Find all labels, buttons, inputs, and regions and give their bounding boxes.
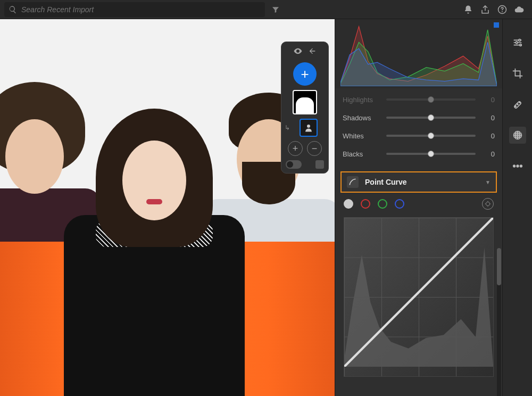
point-curve-title: Point Curve (365, 178, 479, 186)
mask-visibility-icon[interactable] (293, 46, 303, 58)
point-curve-header[interactable]: Point Curve ▼ (340, 171, 497, 193)
slider-shadows[interactable]: Shadows 0 (343, 109, 495, 127)
slider-value: 0 (481, 96, 495, 104)
curve-channel-blue[interactable] (395, 199, 404, 209)
healing-tool[interactable] (509, 96, 526, 113)
masking-tool[interactable] (509, 127, 526, 144)
svg-point-11 (519, 102, 520, 103)
add-to-mask-button[interactable]: + (288, 141, 303, 156)
edit-sliders-tool[interactable] (509, 34, 526, 51)
slider-track[interactable] (386, 98, 476, 101)
slider-label: Shadows (343, 114, 381, 122)
share-icon[interactable] (477, 1, 494, 18)
search-field-wrap[interactable] (4, 2, 265, 17)
svg-point-3 (486, 202, 489, 205)
filter-button[interactable] (268, 2, 283, 17)
panel-scrollbar[interactable] (497, 248, 501, 396)
mask-thumbnail[interactable] (293, 90, 317, 114)
crop-tool[interactable] (509, 65, 526, 82)
svg-point-13 (513, 131, 522, 140)
curve-icon (347, 176, 359, 188)
search-input[interactable] (20, 5, 261, 14)
slider-value: 0 (481, 114, 495, 122)
slider-highlights[interactable]: Highlights 0 (343, 90, 495, 109)
top-bar (0, 0, 532, 19)
svg-point-10 (517, 104, 518, 105)
cloud-sync-icon[interactable] (511, 1, 528, 18)
curve-channel-red[interactable] (361, 199, 370, 209)
help-icon[interactable] (494, 1, 511, 18)
curve-channel-row (335, 193, 502, 215)
histogram[interactable] (335, 19, 502, 88)
svg-point-5 (518, 39, 520, 42)
slider-value: 0 (481, 132, 495, 140)
slider-track[interactable] (386, 153, 476, 155)
svg-point-6 (516, 42, 518, 44)
svg-point-16 (517, 165, 519, 167)
curve-channel-luminance[interactable] (344, 199, 353, 209)
curve-channel-green[interactable] (378, 199, 387, 209)
svg-point-15 (513, 165, 515, 167)
slider-track[interactable] (386, 117, 476, 119)
tool-rail (502, 19, 532, 396)
slider-blacks[interactable]: Blacks 0 (343, 145, 495, 163)
chevron-down-icon: ▼ (485, 179, 491, 185)
subtree-arrow-icon: ↳ (285, 124, 290, 131)
targeted-adjustment-button[interactable] (482, 198, 494, 210)
more-tools-icon[interactable] (509, 158, 526, 175)
tone-curve-editor[interactable] (344, 217, 494, 377)
edit-panel: Highlights 0 Shadows 0 Whites 0 Blacks 0 (335, 19, 502, 396)
svg-point-9 (515, 106, 516, 107)
add-mask-button[interactable]: + (293, 62, 317, 86)
mask-component-people[interactable] (300, 119, 318, 137)
masking-panel: + ↳ + − (281, 42, 329, 174)
slider-whites[interactable]: Whites 0 (343, 127, 495, 145)
image-canvas[interactable]: + ↳ + − (0, 19, 335, 396)
mask-back-icon[interactable] (308, 47, 317, 57)
subtract-from-mask-button[interactable]: − (307, 141, 322, 156)
slider-label: Blacks (343, 150, 381, 158)
notifications-icon[interactable] (460, 1, 477, 18)
svg-point-2 (307, 125, 310, 128)
mask-overlay-toggle[interactable] (286, 160, 302, 169)
mask-overlay-color[interactable] (315, 160, 324, 169)
light-sliders: Highlights 0 Shadows 0 Whites 0 Blacks 0 (335, 88, 502, 168)
slider-value: 0 (481, 150, 495, 158)
slider-label: Whites (343, 132, 381, 140)
svg-line-4 (344, 218, 493, 367)
svg-point-1 (502, 11, 503, 12)
svg-point-17 (520, 165, 522, 167)
slider-label: Highlights (343, 96, 381, 104)
search-icon (9, 5, 17, 14)
slider-track[interactable] (386, 135, 476, 137)
clipping-indicator-highlights[interactable] (494, 22, 499, 28)
